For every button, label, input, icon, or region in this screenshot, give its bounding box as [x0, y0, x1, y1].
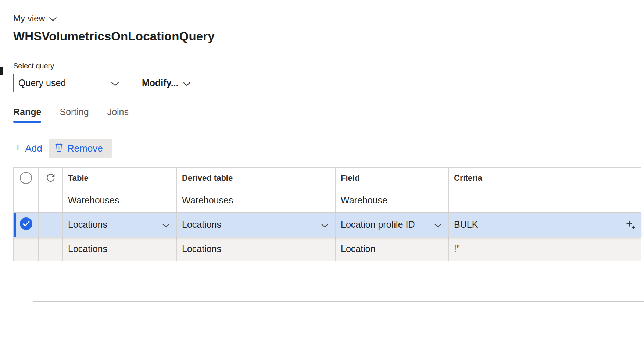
table-row[interactable]: Warehouses Warehouses Warehouse — [14, 188, 641, 213]
chevron-down-icon — [49, 13, 57, 24]
row-select-cell[interactable] — [14, 237, 39, 261]
field-cell[interactable]: Warehouse — [336, 188, 449, 212]
row-select-cell[interactable] — [14, 213, 39, 237]
chevron-down-icon — [183, 78, 190, 88]
add-button[interactable]: + Add — [15, 143, 42, 154]
derived-table-cell[interactable]: Warehouses — [177, 188, 336, 212]
column-header-criteria[interactable]: Criteria — [449, 168, 641, 188]
tab-sorting[interactable]: Sorting — [60, 107, 89, 123]
table-cell-value: Locations — [68, 219, 107, 230]
column-header-derived-table[interactable]: Derived table — [177, 168, 336, 188]
screen-edge-artifact — [0, 67, 3, 75]
selected-row-indicator — [14, 213, 16, 237]
tab-range[interactable]: Range — [13, 107, 41, 123]
tab-range-label: Range — [13, 107, 41, 117]
tab-joins[interactable]: Joins — [107, 107, 129, 123]
view-selector-label: My view — [13, 13, 45, 24]
refresh-icon[interactable] — [46, 173, 56, 183]
select-query-label: Select query — [13, 62, 644, 70]
range-grid: Table Derived table Field Criteria Wareh… — [13, 167, 641, 261]
grid-toolbar: + Add Remove — [15, 139, 644, 158]
trash-icon — [55, 142, 63, 155]
query-controls: Query used Modify... — [13, 74, 644, 92]
row-status-cell — [39, 237, 63, 261]
table-row-selected[interactable]: Locations Locations Location profile ID … — [14, 213, 641, 237]
row-status-cell — [39, 188, 63, 212]
tab-sorting-label: Sorting — [60, 107, 89, 117]
remove-button-label: Remove — [67, 143, 103, 154]
selected-check-icon[interactable] — [19, 217, 33, 233]
chevron-down-icon — [321, 219, 329, 230]
chevron-down-icon — [111, 78, 119, 88]
table-row[interactable]: Locations Locations Location !" — [14, 237, 641, 261]
remove-button[interactable]: Remove — [49, 139, 112, 158]
chevron-down-icon — [162, 219, 170, 230]
field-cell-value: Location profile ID — [341, 219, 415, 230]
view-selector[interactable]: My view — [13, 13, 57, 24]
chevron-down-icon — [434, 219, 442, 230]
add-button-label: Add — [25, 143, 42, 154]
criteria-cell-editable[interactable]: BULK — [449, 213, 641, 237]
refresh-header-cell — [39, 168, 63, 188]
table-cell[interactable]: Warehouses — [63, 188, 177, 212]
tab-bar: Range Sorting Joins — [13, 107, 644, 123]
query-used-value: Query used — [18, 78, 66, 88]
bottom-divider — [33, 301, 644, 302]
select-all-cell — [14, 168, 39, 188]
modify-button-label: Modify... — [142, 78, 179, 88]
row-status-cell — [39, 213, 63, 237]
query-editor-page: My view WHSVolumetricsOnLocationQuery Se… — [0, 0, 644, 337]
criteria-cell[interactable] — [449, 188, 641, 212]
add-criteria-icon[interactable] — [625, 220, 636, 230]
criteria-cell[interactable]: !" — [449, 237, 641, 261]
table-cell[interactable]: Locations — [63, 237, 177, 261]
modify-button[interactable]: Modify... — [136, 74, 197, 92]
column-header-field[interactable]: Field — [336, 168, 449, 188]
query-used-dropdown[interactable]: Query used — [13, 74, 125, 92]
field-cell[interactable]: Location — [336, 237, 449, 261]
row-select-cell[interactable] — [14, 188, 39, 212]
derived-table-cell-dropdown[interactable]: Locations — [177, 213, 336, 237]
derived-table-cell-value: Locations — [182, 219, 221, 230]
plus-icon: + — [15, 142, 21, 153]
field-cell-dropdown[interactable]: Location profile ID — [336, 213, 449, 237]
select-all-radio[interactable] — [20, 172, 32, 184]
column-header-table[interactable]: Table — [63, 168, 177, 188]
tab-joins-label: Joins — [107, 107, 129, 117]
page-title: WHSVolumetricsOnLocationQuery — [13, 29, 644, 43]
criteria-value: BULK — [454, 219, 478, 230]
grid-header-row: Table Derived table Field Criteria — [14, 168, 641, 188]
derived-table-cell[interactable]: Locations — [177, 237, 336, 261]
table-cell-dropdown[interactable]: Locations — [63, 213, 177, 237]
